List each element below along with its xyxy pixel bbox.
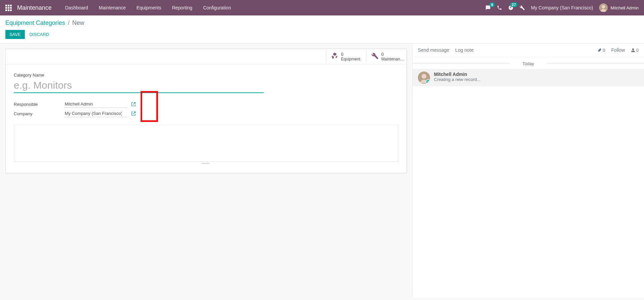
chatter: Send message Log note 0 Follow 0 Today ✈… bbox=[412, 43, 644, 298]
nav-configuration[interactable]: Configuration bbox=[198, 0, 236, 15]
form-pane: 0 Equipment 0 Maintenan… Category Name bbox=[0, 43, 412, 298]
nav-equipments[interactable]: Equipments bbox=[131, 0, 167, 15]
cubes-icon bbox=[331, 52, 338, 61]
chatter-date-separator: Today bbox=[413, 57, 644, 69]
user-avatar-icon bbox=[599, 3, 608, 12]
nav-maintenance[interactable]: Maintenance bbox=[94, 0, 131, 15]
responsible-row: Responsible bbox=[14, 100, 398, 108]
save-button[interactable]: SAVE bbox=[5, 30, 25, 39]
category-name-input[interactable] bbox=[14, 79, 264, 93]
stat-maintenance-button[interactable]: 0 Maintenan… bbox=[366, 49, 407, 64]
nav-dashboard[interactable]: Dashboard bbox=[60, 0, 94, 15]
breadcrumb-sep: / bbox=[68, 19, 69, 26]
company-row: Company bbox=[14, 110, 398, 117]
attachments-count: 0 bbox=[603, 48, 605, 53]
notes-resize-handle[interactable] bbox=[14, 162, 398, 165]
company-input[interactable] bbox=[64, 110, 128, 117]
chatter-topbar: Send message Log note 0 Follow 0 bbox=[413, 43, 644, 57]
form-table: Responsible Company bbox=[14, 100, 398, 117]
user-menu[interactable]: Mitchell Admin bbox=[599, 3, 639, 12]
svg-point-1 bbox=[602, 5, 605, 8]
stat-buttons: 0 Equipment 0 Maintenan… bbox=[6, 49, 407, 65]
log-note-button[interactable]: Log note bbox=[455, 47, 474, 53]
navbar: Maintenance Dashboard Maintenance Equipm… bbox=[0, 0, 644, 15]
responsible-label: Responsible bbox=[14, 102, 64, 107]
form-sheet: 0 Equipment 0 Maintenan… Category Name bbox=[5, 49, 407, 173]
external-link-icon[interactable] bbox=[131, 111, 136, 116]
debug-icon[interactable] bbox=[520, 5, 525, 10]
stat-equipment-button[interactable]: 0 Equipment bbox=[326, 49, 366, 64]
message-avatar-icon: ✈ bbox=[418, 72, 430, 84]
nav-reporting[interactable]: Reporting bbox=[167, 0, 198, 15]
stat-equipment-count: 0 bbox=[341, 52, 360, 57]
nav-right: 8 27 My Company (San Francisco) Mitchell… bbox=[485, 3, 639, 12]
follow-button[interactable]: Follow bbox=[611, 47, 625, 53]
app-brand[interactable]: Maintenance bbox=[17, 4, 52, 11]
status-away-icon: ✈ bbox=[426, 79, 430, 84]
message-body: Creating a new record... bbox=[434, 77, 481, 82]
svg-point-3 bbox=[422, 74, 426, 79]
discuss-icon[interactable]: 8 bbox=[485, 5, 491, 10]
phone-icon[interactable] bbox=[497, 5, 502, 10]
followers-count: 0 bbox=[636, 48, 639, 53]
activity-icon[interactable]: 27 bbox=[508, 5, 514, 10]
stat-maintenance-label: Maintenan… bbox=[381, 57, 404, 61]
chatter-message: ✈ Mitchell Admin Creating a new record..… bbox=[413, 69, 644, 86]
company-label: Company bbox=[14, 111, 64, 116]
notes-field[interactable] bbox=[14, 125, 398, 162]
apps-icon[interactable] bbox=[5, 5, 12, 11]
nav-left: Maintenance Dashboard Maintenance Equipm… bbox=[5, 0, 236, 15]
control-panel: Equipment Categories / New SAVE DISCARD bbox=[0, 15, 644, 43]
external-link-icon[interactable] bbox=[131, 102, 136, 106]
stat-maintenance-count: 0 bbox=[381, 52, 404, 57]
responsible-input[interactable] bbox=[64, 100, 128, 108]
wrench-icon bbox=[371, 52, 379, 61]
discard-button[interactable]: DISCARD bbox=[26, 30, 53, 39]
message-author: Mitchell Admin bbox=[434, 72, 481, 77]
user-name: Mitchell Admin bbox=[610, 5, 639, 10]
breadcrumb-current: New bbox=[72, 19, 84, 26]
breadcrumb-parent[interactable]: Equipment Categories bbox=[5, 19, 65, 26]
followers-button[interactable]: 0 bbox=[631, 48, 639, 53]
category-name-label: Category Name bbox=[14, 73, 398, 78]
company-switcher[interactable]: My Company (San Francisco) bbox=[531, 5, 593, 10]
discuss-badge: 8 bbox=[489, 2, 495, 7]
nav-menu: Dashboard Maintenance Equipments Reporti… bbox=[60, 0, 236, 15]
cp-buttons: SAVE DISCARD bbox=[5, 30, 639, 39]
send-message-button[interactable]: Send message bbox=[418, 47, 449, 53]
stat-equipment-label: Equipment bbox=[341, 57, 360, 61]
attachments-button[interactable]: 0 bbox=[597, 48, 605, 53]
main: 0 Equipment 0 Maintenan… Category Name bbox=[0, 43, 644, 298]
breadcrumb: Equipment Categories / New bbox=[5, 19, 639, 27]
activity-badge: 27 bbox=[510, 2, 518, 7]
sheet-body: Category Name Responsible Company bbox=[6, 65, 407, 165]
